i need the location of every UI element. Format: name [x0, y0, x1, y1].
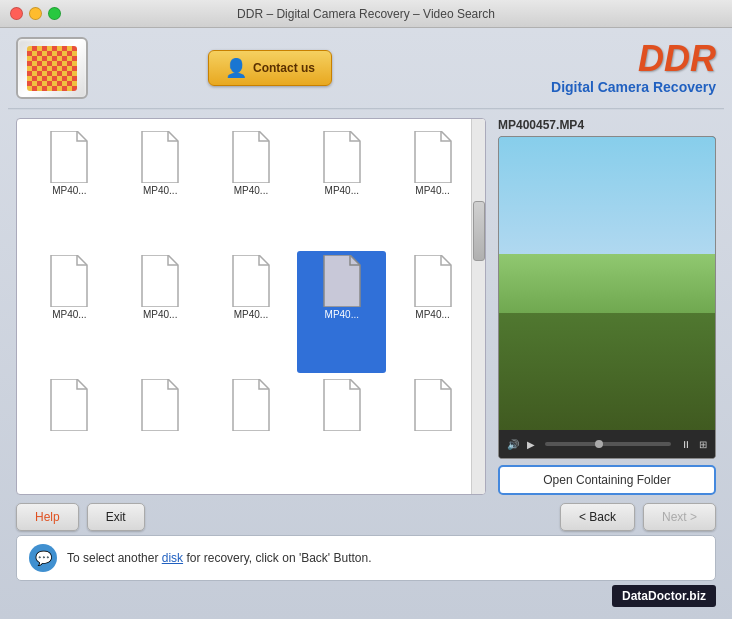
header: 👤 Contact us DDR Digital Camera Recovery [0, 28, 732, 108]
scrollbar-thumb[interactable] [473, 201, 485, 261]
file-icon [138, 131, 182, 183]
svg-line-22 [661, 305, 667, 333]
contact-icon: 👤 [225, 57, 247, 79]
contact-label: Contact us [253, 61, 315, 75]
bottom-controls: Help Exit < Back Next > [16, 495, 716, 535]
window-controls [10, 7, 61, 20]
svg-line-6 [535, 262, 549, 276]
play-icon[interactable]: ▶ [525, 437, 537, 452]
content-area: MP40... MP40... MP40... [0, 110, 732, 619]
svg-line-20 [669, 256, 681, 272]
list-item[interactable]: MP40... [25, 127, 114, 249]
svg-line-9 [560, 307, 566, 333]
exit-button[interactable]: Exit [87, 503, 145, 531]
file-grid: MP40... MP40... MP40... [17, 119, 485, 494]
svg-point-17 [649, 244, 667, 264]
list-item[interactable] [25, 375, 114, 486]
list-item[interactable] [116, 375, 205, 486]
preview-filename: MP400457.MP4 [498, 118, 716, 132]
datadoctor-branding: DataDoctor.biz [612, 585, 716, 607]
volume-icon[interactable]: 🔊 [505, 437, 521, 452]
svg-point-4 [548, 246, 566, 266]
file-icon [320, 255, 364, 307]
branding-row: DataDoctor.biz [16, 585, 716, 611]
svg-rect-0 [499, 184, 715, 303]
svg-point-16 [598, 237, 618, 247]
file-icon [47, 131, 91, 183]
contact-button[interactable]: 👤 Contact us [208, 50, 332, 86]
svg-line-12 [586, 252, 600, 269]
progress-bar[interactable] [545, 442, 671, 446]
close-button[interactable] [10, 7, 23, 20]
svg-rect-1 [499, 284, 715, 304]
preview-image [499, 137, 715, 430]
svg-line-15 [612, 302, 620, 331]
open-folder-button[interactable]: Open Containing Folder [498, 465, 716, 495]
app-title-block: DDR Digital Camera Recovery [551, 41, 716, 95]
file-icon [411, 379, 455, 431]
navigation-buttons: < Back Next > [560, 503, 716, 531]
disk-link: disk [162, 551, 183, 565]
list-item[interactable] [297, 375, 386, 486]
main-window: 👤 Contact us DDR Digital Camera Recovery… [0, 28, 732, 619]
content-row: MP40... MP40... MP40... [16, 118, 716, 495]
list-item[interactable]: MP40... [388, 251, 477, 373]
file-label: MP40... [325, 185, 359, 196]
list-item[interactable]: MP40... [297, 251, 386, 373]
preview-box: 🔊 ▶ ⏸ ⊞ [498, 136, 716, 459]
list-item[interactable]: MP40... [207, 127, 296, 249]
maximize-button[interactable] [48, 7, 61, 20]
app-logo [16, 37, 88, 99]
svg-line-13 [618, 252, 630, 267]
list-item[interactable]: MP40... [207, 251, 296, 373]
pause-icon[interactable]: ⏸ [679, 437, 693, 452]
svg-rect-24 [551, 255, 564, 260]
titlebar: DDR – Digital Camera Recovery – Video Se… [0, 0, 732, 28]
svg-rect-2 [499, 298, 715, 382]
svg-line-21 [650, 305, 656, 333]
file-icon [47, 379, 91, 431]
help-button[interactable]: Help [16, 503, 79, 531]
next-button[interactable]: Next > [643, 503, 716, 531]
back-button[interactable]: < Back [560, 503, 635, 531]
svg-point-10 [599, 239, 617, 259]
svg-line-19 [636, 258, 650, 274]
file-label: MP40... [52, 309, 86, 320]
list-item[interactable]: MP40... [116, 127, 205, 249]
file-label: MP40... [143, 309, 177, 320]
fullscreen-icon[interactable]: ⊞ [697, 437, 709, 452]
info-bar: 💬 To select another disk for recovery, c… [16, 535, 716, 581]
list-item[interactable] [388, 375, 477, 486]
list-item[interactable]: MP40... [25, 251, 114, 373]
file-icon [320, 379, 364, 431]
info-message: To select another disk for recovery, cli… [67, 551, 372, 565]
file-icon [229, 379, 273, 431]
window-title: DDR – Digital Camera Recovery – Video Se… [237, 7, 495, 21]
svg-rect-18 [650, 264, 670, 306]
app-subtitle: Digital Camera Recovery [551, 79, 716, 95]
file-label: MP40... [234, 185, 268, 196]
list-item[interactable]: MP40... [116, 251, 205, 373]
preview-panel: MP400457.MP4 [498, 118, 716, 495]
svg-rect-3 [499, 291, 715, 303]
svg-rect-11 [600, 259, 618, 303]
file-grid-panel: MP40... MP40... MP40... [16, 118, 486, 495]
info-icon: 💬 [29, 544, 57, 572]
list-item[interactable]: MP40... [297, 127, 386, 249]
file-icon [411, 255, 455, 307]
file-icon [138, 255, 182, 307]
minimize-button[interactable] [29, 7, 42, 20]
file-label: MP40... [415, 309, 449, 320]
svg-line-7 [566, 260, 578, 274]
logo-icon [27, 46, 77, 91]
file-label: MP40... [52, 185, 86, 196]
svg-rect-5 [549, 266, 567, 308]
video-controls: 🔊 ▶ ⏸ ⊞ [499, 430, 715, 458]
file-icon [411, 131, 455, 183]
scrollbar[interactable] [471, 119, 485, 494]
list-item[interactable] [207, 375, 296, 486]
svg-line-8 [549, 307, 555, 333]
list-item[interactable]: MP40... [388, 127, 477, 249]
app-title-ddr: DDR [551, 41, 716, 77]
preview-svg [499, 137, 715, 430]
